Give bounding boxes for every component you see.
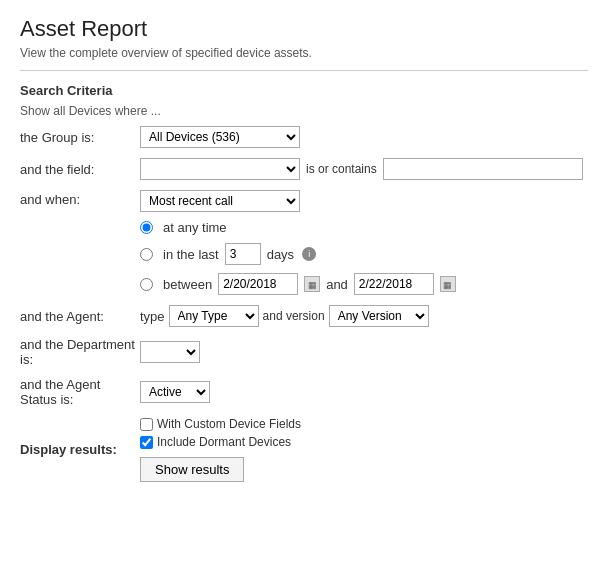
search-criteria-title: Search Criteria <box>20 83 588 98</box>
agent-status-select[interactable]: Active Inactive Any <box>140 381 210 403</box>
at-any-time-label: at any time <box>163 220 227 235</box>
group-select[interactable]: All Devices (536) <box>140 126 300 148</box>
field-row: and the field: is or contains <box>20 158 588 180</box>
dormant-row: Include Dormant Devices <box>140 435 301 449</box>
between-row: between ▦ and ▦ <box>140 273 456 295</box>
when-label: and when: <box>20 190 140 207</box>
department-label: and the Department is: <box>20 337 140 367</box>
when-section: Most recent call at any time in the last… <box>140 190 456 295</box>
when-select[interactable]: Most recent call <box>140 190 300 212</box>
in-last-prefix-label: in the last <box>163 247 219 262</box>
field-select[interactable] <box>140 158 300 180</box>
date2-input[interactable] <box>354 273 434 295</box>
agent-controls: type Any Type and version Any Version <box>140 305 429 327</box>
agent-status-row: and the Agent Status is: Active Inactive… <box>20 377 588 407</box>
contains-input[interactable] <box>383 158 583 180</box>
days-suffix-label: days <box>267 247 294 262</box>
custom-fields-label: With Custom Device Fields <box>157 417 301 431</box>
display-results-options: With Custom Device Fields Include Dorman… <box>140 417 301 482</box>
divider <box>20 70 588 71</box>
agent-version-select[interactable]: Any Version <box>329 305 429 327</box>
agent-status-label: and the Agent Status is: <box>20 377 140 407</box>
agent-label: and the Agent: <box>20 309 140 324</box>
show-results-button[interactable]: Show results <box>140 457 244 482</box>
in-last-row: in the last days i <box>140 243 456 265</box>
at-any-time-radio[interactable] <box>140 221 153 234</box>
info-icon: i <box>302 247 316 261</box>
and-version-label: and version <box>263 309 325 323</box>
is-or-contains-label: is or contains <box>306 162 377 176</box>
group-label: the Group is: <box>20 130 140 145</box>
date1-input[interactable] <box>218 273 298 295</box>
calendar1-icon[interactable]: ▦ <box>304 276 320 292</box>
page-subtitle: View the complete overview of specified … <box>20 46 588 60</box>
at-any-time-row: at any time <box>140 220 456 235</box>
display-results-row: Display results: With Custom Device Fiel… <box>20 417 588 482</box>
show-all-label: Show all Devices where ... <box>20 104 588 118</box>
calendar2-icon[interactable]: ▦ <box>440 276 456 292</box>
agent-type-select[interactable]: Any Type <box>169 305 259 327</box>
between-radio[interactable] <box>140 278 153 291</box>
type-prefix-label: type <box>140 309 165 324</box>
department-select[interactable] <box>140 341 200 363</box>
department-row: and the Department is: <box>20 337 588 367</box>
field-label: and the field: <box>20 162 140 177</box>
custom-fields-row: With Custom Device Fields <box>140 417 301 431</box>
group-row: the Group is: All Devices (536) <box>20 126 588 148</box>
when-row: and when: Most recent call at any time i… <box>20 190 588 295</box>
dormant-label: Include Dormant Devices <box>157 435 291 449</box>
between-label: between <box>163 277 212 292</box>
display-results-label: Display results: <box>20 442 140 457</box>
days-input[interactable] <box>225 243 261 265</box>
page-title: Asset Report <box>20 16 588 42</box>
agent-row: and the Agent: type Any Type and version… <box>20 305 588 327</box>
dormant-checkbox[interactable] <box>140 436 153 449</box>
and-between-label: and <box>326 277 348 292</box>
custom-fields-checkbox[interactable] <box>140 418 153 431</box>
in-last-radio[interactable] <box>140 248 153 261</box>
